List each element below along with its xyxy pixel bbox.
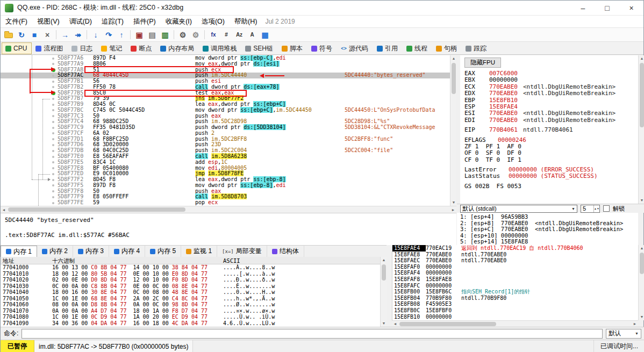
disasm-row[interactable]: 5D8F77A98B06mov eax,dword ptr ds:[esi] — [1, 61, 450, 67]
tab-trace[interactable]: 跟踪 — [462, 42, 491, 54]
stack-horizontal-scrollbar[interactable]: ◄ ► — [392, 320, 638, 327]
stack-row[interactable]: 15E8FB08F45905E3 — [392, 301, 638, 307]
memory-dump-panel[interactable]: 地址十六进制ASCII7704100016 00 13 00 C0 8B 04 … — [1, 257, 380, 327]
tab-memory-map[interactable]: 内存布局 — [156, 42, 199, 54]
menu-help[interactable]: 帮助(H) — [230, 16, 262, 28]
open-file-icon[interactable] — [3, 29, 15, 41]
instruction-dot[interactable] — [50, 55, 58, 61]
argument-row[interactable]: 5: [esp+14] 15E8FAE8 — [460, 239, 638, 245]
menu-options[interactable]: 选项(O) — [197, 16, 230, 28]
calling-convention-select[interactable]: 默认 (stdcall) ▼ — [460, 205, 577, 213]
scroll-thumb[interactable] — [640, 63, 644, 127]
registers-panel[interactable]: 隐藏FPUEAX007C6000EBX00000000ECX770EABE0<n… — [460, 55, 638, 204]
dump-row[interactable]: 770410501C 00 1E 00 68 8E 04 77 2A 00 2C… — [1, 296, 380, 302]
scroll-track[interactable] — [450, 62, 456, 199]
menu-favourites[interactable]: 收藏夹(I) — [161, 16, 197, 28]
bottom-splitter[interactable] — [387, 245, 392, 327]
tab-script[interactable]: 脚本 — [278, 42, 307, 54]
instruction-dot[interactable] — [50, 194, 58, 200]
scroll-right-arrow[interactable]: ► — [450, 206, 456, 213]
tab-memory-1[interactable]: 内存 1 — [1, 246, 37, 257]
scroll-thumb[interactable] — [399, 322, 496, 326]
tab-source[interactable]: <>源代码 — [337, 42, 373, 54]
instruction-dot[interactable] — [50, 61, 58, 67]
run-trace-icon[interactable]: ↠ — [72, 29, 84, 41]
instruction-dot[interactable] — [50, 160, 58, 166]
menu-debug[interactable]: 调试(D) — [65, 16, 97, 28]
dump-row[interactable]: 770410700A 00 0A 00 A4 D7 04 77 18 00 1A… — [1, 308, 380, 314]
tab-watch-1[interactable]: 监视 1 — [181, 246, 217, 257]
hide-fpu-button[interactable]: 隐藏FPU — [464, 58, 501, 68]
step-out-icon[interactable]: ↑ — [116, 29, 127, 41]
script-run-icon[interactable]: ▥ — [159, 29, 171, 41]
registers-vertical-scrollbar[interactable]: ▲ ▼ — [638, 55, 644, 204]
instruction-dot[interactable] — [50, 137, 58, 142]
tab-memory-2[interactable]: 内存 2 — [37, 246, 73, 257]
last-status-row[interactable]: LastStatus00000000 (STATUS_SUCCESS) — [464, 173, 638, 179]
dump-row[interactable]: 7704104018 00 16 00 30 8E 04 77 0C 00 08… — [1, 289, 380, 296]
instruction-dot[interactable] — [50, 154, 58, 160]
assemble-fx-icon[interactable]: fx — [207, 29, 219, 41]
dump-row[interactable]: 770410801C 00 1E 00 0C D9 04 77 1A 00 20… — [1, 314, 380, 320]
instruction-dot[interactable] — [50, 183, 58, 189]
instruction-dot[interactable] — [50, 113, 58, 119]
breakpoint-dot[interactable] — [50, 90, 58, 96]
stack-row[interactable]: 15E8FAFC00000000 — [392, 283, 638, 289]
minimize-button[interactable]: – — [571, 1, 595, 15]
menu-plugins[interactable]: 插件(P) — [128, 16, 161, 28]
hash-icon[interactable]: # — [220, 29, 232, 41]
tab-breakpoints[interactable]: 断点 — [127, 42, 156, 54]
dump-row[interactable]: 7704101018 00 12 00 80 5B 04 77 0E 00 10… — [1, 271, 380, 277]
register-esi[interactable]: ESI770EABE0<ntdll.DbgUiRemoteBreakin> — [464, 110, 638, 117]
tab-notes[interactable]: 笔记 — [97, 42, 127, 54]
step-over-icon[interactable]: ↷ — [103, 29, 115, 41]
tab-handles[interactable]: 句柄 — [432, 42, 462, 54]
cpu-chip-icon[interactable]: ▦ — [259, 29, 271, 41]
scroll-track[interactable] — [639, 252, 644, 314]
tab-references[interactable]: 引用 — [373, 42, 403, 54]
tab-memory-5[interactable]: 内存 5 — [145, 246, 181, 257]
stack-row[interactable]: 15E8FB1000000000 — [392, 314, 638, 320]
arg-count-stepper[interactable]: 5 ▲▼ — [581, 205, 600, 213]
stack-row[interactable]: 15E8FAF815E8FAE8 — [392, 276, 638, 283]
scroll-down-arrow[interactable]: ▼ — [639, 314, 644, 320]
stepper-arrows-icon[interactable]: ▲▼ — [593, 205, 599, 212]
scroll-track[interactable] — [639, 62, 644, 197]
stack-vertical-scrollbar[interactable]: ▲ ▼ — [638, 245, 644, 320]
argument-row[interactable]: 3: [esp+C] 770EABE0 <ntdll.DbgUiRemoteBr… — [460, 226, 638, 233]
scroll-down-arrow[interactable]: ▼ — [639, 197, 644, 204]
instruction-dot[interactable] — [50, 84, 58, 90]
tab-memory-4[interactable]: 内存 4 — [109, 246, 145, 257]
tab-call-stack[interactable]: 调用堆栈 — [199, 42, 241, 54]
tab-seh-chain[interactable]: SEH链 — [241, 42, 278, 54]
tab-symbols[interactable]: 符号 — [307, 42, 337, 54]
scroll-thumb[interactable] — [382, 264, 386, 281]
settings-gear-icon[interactable]: ⚙ — [177, 29, 189, 41]
scroll-thumb[interactable] — [8, 207, 185, 212]
strings-az-icon[interactable]: Az — [233, 29, 245, 41]
instruction-dot[interactable] — [50, 119, 58, 125]
stack-row[interactable]: 15E8FB0C15E8FBF0 — [392, 307, 638, 314]
instruction-dot[interactable] — [50, 107, 58, 113]
register-ebx[interactable]: EBX00000000 — [464, 77, 638, 83]
dump-row[interactable]: 7704100016 00 13 00 C0 8B 04 77 14 00 10… — [1, 264, 380, 271]
register-eip[interactable]: EIP770B4061ntdll.770B4061 — [464, 127, 638, 133]
instruction-dot[interactable] — [50, 200, 58, 206]
scroll-thumb[interactable] — [452, 63, 456, 94]
instruction-dot[interactable] — [50, 73, 58, 78]
tab-log[interactable]: 日志 — [68, 42, 97, 54]
patch-icon[interactable]: ▣ — [133, 29, 145, 41]
instruction-dot[interactable] — [50, 148, 58, 154]
stack-panel[interactable]: 15E8FAE4770EAC19返回到 ntdll.770EAC19 自 ntd… — [392, 245, 638, 320]
tab-memory-3[interactable]: 内存 3 — [73, 246, 109, 257]
stop-icon[interactable]: × — [41, 29, 53, 41]
instruction-dot[interactable] — [50, 102, 58, 107]
font-a-icon[interactable]: A — [246, 29, 258, 41]
instruction-dot[interactable] — [50, 171, 58, 177]
memory-map-icon[interactable]: ▤ — [146, 29, 158, 41]
command-input[interactable] — [22, 329, 603, 339]
run-icon[interactable]: → — [59, 29, 71, 41]
argument-row[interactable]: 1: [esp+4] 96A59BB3 — [460, 214, 638, 220]
scroll-track[interactable] — [381, 263, 387, 320]
disasm-horizontal-scrollbar[interactable]: ◄ ► — [1, 206, 456, 213]
